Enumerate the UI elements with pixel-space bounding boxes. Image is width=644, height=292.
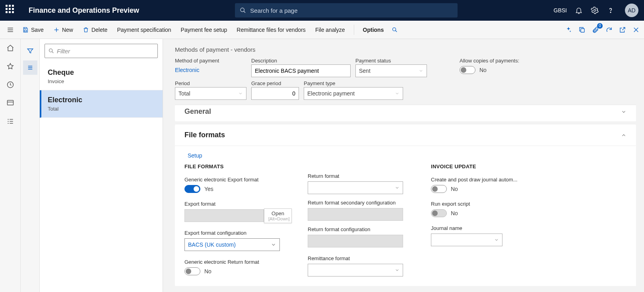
close-icon[interactable] <box>632 26 640 34</box>
label: Return format configuration <box>308 226 419 232</box>
toggle-value: No <box>451 210 458 216</box>
divider <box>354 25 354 35</box>
period-select[interactable]: Total <box>175 87 246 100</box>
label: Allow copies of payments: <box>460 58 547 64</box>
main-region: Cheque Invoice Electronic Total Methods … <box>0 39 644 292</box>
list-item-sub: Invoice <box>48 78 155 84</box>
export-format-box <box>184 209 264 222</box>
allow-copies-toggle[interactable] <box>460 66 475 74</box>
chevron-down-icon <box>395 185 400 190</box>
filter-icon[interactable] <box>23 44 37 58</box>
generic-return-toggle[interactable] <box>184 267 200 275</box>
list-item-title: Cheque <box>48 68 155 77</box>
new-label: New <box>62 27 73 33</box>
method-of-payment-value[interactable]: Electronic <box>175 64 246 73</box>
company-code[interactable]: GBSI <box>554 7 567 14</box>
remittance-files-button[interactable]: Remittance files for vendors <box>233 24 310 35</box>
run-export-toggle <box>431 209 447 217</box>
label: Journal name <box>431 225 522 231</box>
command-bar: Save New Delete Payment specification Pa… <box>0 21 644 39</box>
search-icon <box>48 48 54 54</box>
app-launcher-icon[interactable] <box>6 5 17 16</box>
chevron-up-icon <box>621 132 627 138</box>
search-input[interactable] <box>250 7 453 14</box>
list-item[interactable]: Electronic Total <box>40 90 163 118</box>
find-button[interactable] <box>389 24 400 35</box>
payment-type-select[interactable]: Electronic payment <box>304 87 403 100</box>
list-view-icon[interactable] <box>23 60 37 75</box>
list-item-title: Electronic <box>48 96 155 104</box>
workspace-icon[interactable] <box>6 99 15 107</box>
chevron-down-icon <box>271 242 276 247</box>
star-icon[interactable] <box>6 62 15 71</box>
help-icon[interactable] <box>607 6 615 14</box>
label: Export format <box>184 201 296 207</box>
page-title: Methods of payment - vendors <box>175 46 636 53</box>
clock-icon[interactable] <box>6 80 15 89</box>
gear-icon[interactable] <box>591 6 599 14</box>
bell-icon[interactable] <box>575 6 583 14</box>
sparkle-icon[interactable] <box>564 26 572 34</box>
list-item[interactable]: Cheque Invoice <box>40 63 163 90</box>
record-list-panel: Cheque Invoice Electronic Total <box>40 39 163 292</box>
chevron-down-icon <box>419 68 423 73</box>
chevron-down-icon <box>494 237 499 242</box>
refresh-icon[interactable] <box>605 26 613 34</box>
file-analyze-button[interactable]: File analyze <box>311 24 349 35</box>
chevron-down-icon <box>621 109 627 115</box>
global-search[interactable] <box>235 3 458 18</box>
payment-status-select[interactable]: Sent <box>355 64 427 77</box>
delete-label: Delete <box>91 27 107 33</box>
setup-link[interactable]: Setup <box>184 146 202 164</box>
return-config-box <box>308 235 403 247</box>
chevron-down-icon <box>238 91 243 96</box>
journal-name-select[interactable] <box>431 234 502 246</box>
navigation-rail <box>0 39 21 292</box>
label: Return format <box>308 173 419 179</box>
svg-rect-16 <box>7 100 13 105</box>
payment-specification-button[interactable]: Payment specification <box>113 24 175 35</box>
column-header: FILE FORMATS <box>184 164 296 169</box>
copy-icon[interactable] <box>578 26 586 34</box>
new-button[interactable]: New <box>49 24 77 35</box>
svg-point-3 <box>610 12 611 13</box>
svg-point-2 <box>594 10 596 12</box>
toggle-value: Yes <box>204 186 213 192</box>
toggle-value: No <box>451 186 458 192</box>
avatar[interactable]: AD <box>625 4 638 17</box>
svg-rect-12 <box>581 29 584 32</box>
home-icon[interactable] <box>6 44 15 53</box>
column-header: INVOICE UPDATE <box>431 164 522 169</box>
label: Remittance format <box>308 255 419 261</box>
label: Period <box>175 80 246 86</box>
section-file-formats-header[interactable]: File formats <box>175 125 636 146</box>
toggle-value: No <box>204 268 211 274</box>
label: Grace period <box>251 80 299 86</box>
description-input[interactable] <box>251 64 351 77</box>
app-title: Finance and Operations Preview <box>29 6 139 15</box>
generic-export-toggle[interactable] <box>184 185 200 193</box>
svg-point-0 <box>241 8 244 12</box>
section-general-header[interactable]: General <box>175 105 636 121</box>
remittance-format-select[interactable] <box>308 264 403 276</box>
filter-input[interactable] <box>57 48 154 55</box>
content-area: Methods of payment - vendors Method of p… <box>163 39 644 292</box>
delete-button[interactable]: Delete <box>79 24 111 35</box>
create-post-toggle[interactable] <box>431 185 447 193</box>
payment-fee-setup-button[interactable]: Payment fee setup <box>177 24 231 35</box>
popout-icon[interactable] <box>619 26 627 34</box>
global-header: Finance and Operations Preview GBSI AD <box>0 0 644 21</box>
options-button[interactable]: Options <box>359 24 388 35</box>
return-secondary-config-box <box>308 208 403 221</box>
return-format-select[interactable] <box>308 181 403 194</box>
list-filter[interactable] <box>45 44 158 58</box>
search-icon <box>240 7 246 14</box>
label: Description <box>251 58 351 64</box>
modules-icon[interactable] <box>6 117 15 126</box>
attach-icon[interactable]: 0 <box>592 26 599 34</box>
save-button[interactable]: Save <box>18 24 48 35</box>
export-format-config-select[interactable]: BACS (UK custom) <box>184 238 280 251</box>
label: Run export script <box>431 201 522 207</box>
hamburger-icon[interactable] <box>6 26 14 34</box>
grace-period-input[interactable] <box>251 87 299 100</box>
